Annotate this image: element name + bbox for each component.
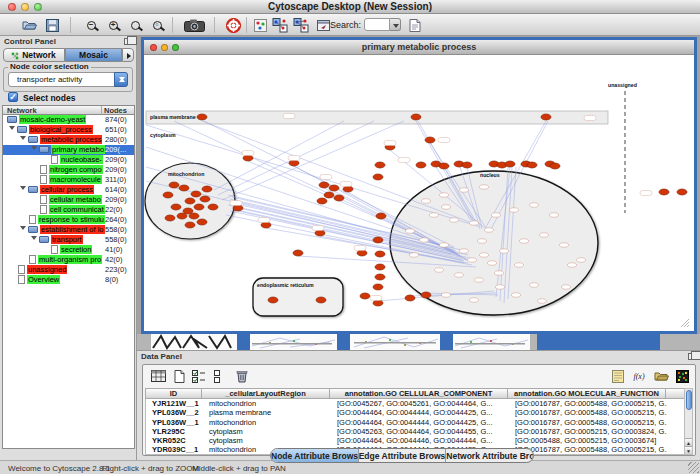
network-node[interactable] [315,230,325,236]
tree-row[interactable]: nucleobase-209(0) [3,155,134,165]
scrollbar-thumb[interactable] [686,390,692,410]
tree-header[interactable]: Network Nodes [2,105,135,115]
network-node[interactable] [416,162,426,168]
tree-expander-icon[interactable] [31,236,37,243]
tree-expander-icon[interactable] [20,226,26,233]
table-cell[interactable]: YKR052C [146,436,203,445]
table-column-header[interactable]: annotation.GO MOLECULAR_FUNCTION [508,388,666,399]
background-window-edge[interactable] [537,334,660,350]
network-node[interactable] [289,160,299,166]
import-attribute-file-button[interactable] [652,368,670,384]
tab-node-attribute-browser[interactable]: Node Attribute Browser [271,449,359,462]
network-node[interactable] [411,114,421,120]
nucleus-node[interactable] [495,271,504,275]
network-node[interactable] [425,137,435,143]
nucleus-node[interactable] [550,213,559,217]
network-node[interactable] [169,182,179,188]
tree-row[interactable]: secretion41(0) [3,245,134,255]
network-node[interactable] [163,192,173,198]
network-node[interactable] [324,192,334,198]
attribute-editor-button[interactable] [609,368,627,384]
tree-row[interactable]: cellular metabo209(0) [3,195,134,205]
network-node[interactable] [268,297,278,303]
tree-column-network[interactable]: Network [7,106,37,115]
table-cell[interactable]: mitochondrion [203,399,331,408]
tree-expander-icon[interactable] [9,126,15,133]
background-window-thumbnail[interactable] [350,334,440,350]
network-node[interactable] [541,114,551,120]
network-node[interactable] [343,186,353,192]
network-window[interactable]: primary metabolic process plasma membran… [141,37,697,334]
network-node[interactable] [197,114,207,120]
network-node[interactable] [316,297,326,303]
table-cell[interactable]: cytoplasm [203,436,331,445]
nucleus-node[interactable] [560,243,569,247]
tree-row[interactable]: response to stimulu264(0) [3,215,134,225]
nucleus-node[interactable] [480,253,489,257]
nucleus-node[interactable] [500,249,509,253]
table-row[interactable]: YKR052Ccytoplasm[GO:0044464, GO:0044446,… [146,436,685,445]
network-node[interactable] [261,222,271,228]
formula-builder-button[interactable]: f(x) [630,368,648,384]
table-cell[interactable]: YPL036W__2 [146,408,203,417]
network-node[interactable] [439,163,449,169]
help-button[interactable] [224,17,242,33]
network-node[interactable] [329,185,339,191]
network-node[interactable] [202,186,212,192]
network-node[interactable] [360,293,370,299]
nucleus-node[interactable] [406,229,415,233]
background-window-thumbnail[interactable] [453,334,530,350]
tree-row[interactable]: macromolecule311(0) [3,175,134,185]
tree-row[interactable]: multi-organism pro42(0) [3,255,134,265]
select-nodes-checkbox[interactable]: ✓ [8,92,18,102]
nucleus-node[interactable] [442,293,451,297]
tree-row[interactable]: unassigned223(0) [3,265,134,275]
canvas-resize-grip[interactable] [687,325,689,327]
vizmapper-button[interactable] [251,17,269,33]
network-node[interactable] [165,215,175,221]
network-node[interactable] [317,198,327,204]
search-dropdown-arrow[interactable] [390,18,401,31]
nucleus-node[interactable] [422,199,431,203]
nucleus-node[interactable] [440,243,449,247]
import-network-button[interactable] [271,17,289,33]
select-attributes-button[interactable] [190,368,208,384]
background-window-thumbnail[interactable] [250,334,337,350]
background-window-edge[interactable] [440,334,453,350]
node-color-dropdown[interactable]: transporter activity [8,72,128,87]
network-node[interactable] [505,161,515,167]
table-cell[interactable]: YPL036W__1 [146,418,203,427]
tab-edge-attribute-browser[interactable]: Edge Attribute Browser [359,449,447,462]
table-cell[interactable]: mitochondrion [203,418,331,427]
search-config-button[interactable] [406,17,424,33]
network-node[interactable] [373,174,383,180]
open-session-button[interactable] [20,17,38,33]
table-cell[interactable]: YDR039C__1 [146,445,203,454]
network-node[interactable] [319,182,329,188]
nucleus-node[interactable] [520,239,529,243]
network-node[interactable] [659,189,669,195]
save-session-button[interactable] [43,17,61,33]
tab-network[interactable]: Network [3,48,65,62]
tree-row[interactable]: establishment of lo558(0) [3,225,134,235]
nucleus-node[interactable] [470,298,479,302]
tree-row[interactable]: nitrogen compo209(0) [3,165,134,175]
table-cell[interactable]: [GO:0016787, GO:0005488, GO:0005215, G..… [509,408,667,417]
network-node[interactable] [179,185,189,191]
float-data-panel-icon[interactable] [688,353,696,360]
tree-row[interactable]: Overview8(0) [3,275,134,285]
scroll-up-icon[interactable]: ▲ [685,438,692,446]
nucleus-node[interactable] [496,285,505,289]
zoom-selected-button[interactable]: ▫ [148,17,166,33]
zoom-out-button[interactable]: − [82,17,100,33]
tree-row[interactable]: mosaic-demo-yeast874(0) [3,115,134,125]
table-cell[interactable]: [GO:0005488, GO:0005215, GO:0003674] [509,436,667,445]
network-node[interactable] [677,189,687,195]
nucleus-node[interactable] [475,278,484,282]
network-node[interactable] [375,264,385,270]
tree-row[interactable]: cellular process614(0) [3,185,134,195]
nucleus-node[interactable] [577,258,586,262]
nucleus-node[interactable] [492,213,501,217]
nucleus-node[interactable] [468,258,477,262]
table-cell[interactable]: [GO:0044464, GO:0044444, GO:0044425, G..… [331,408,509,417]
